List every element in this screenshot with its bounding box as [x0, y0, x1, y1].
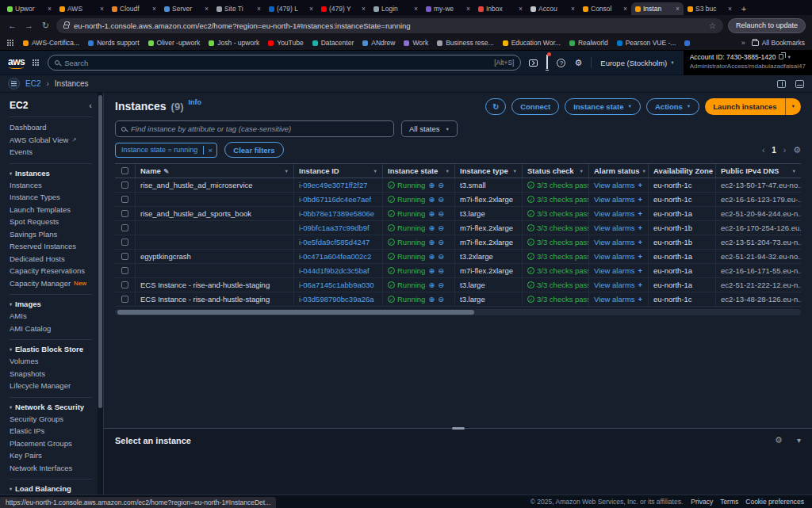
region-selector[interactable]: Europe (Stockholm) ▼	[600, 59, 674, 67]
tab-close-icon[interactable]: ×	[571, 5, 575, 13]
browser-tab[interactable]: my-we ×	[422, 2, 474, 15]
sidebar-item[interactable]: ▾ Instances	[10, 179, 92, 192]
tab-close-icon[interactable]: ×	[362, 5, 366, 13]
filter-not-equals-icon[interactable]: ⊖	[438, 195, 444, 204]
browser-tab[interactable]: AWS ×	[56, 2, 108, 15]
browser-tab[interactable]: Inbox ×	[474, 2, 527, 15]
instance-id-link[interactable]: i-09bfc1aa37c99db9f	[299, 223, 370, 232]
sidebar-item[interactable]: ▾ Lifecycle Manager	[10, 380, 92, 392]
address-bar[interactable]: eu-north-1.console.aws.amazon.com/ec2/ho…	[56, 18, 723, 33]
table-row[interactable]: i-09bfc1aa37c99db9f ✓ Running ⊕ ⊖ m7i-fl…	[115, 221, 801, 235]
tab-close-icon[interactable]: ×	[152, 5, 156, 13]
filter-not-equals-icon[interactable]: ⊖	[438, 295, 444, 304]
view-alarms-link[interactable]: View alarms	[594, 195, 635, 204]
add-alarm-icon[interactable]: +	[638, 295, 643, 304]
back-icon[interactable]: ←	[6, 21, 18, 30]
sidebar-item[interactable]: ▾ Elastic IPs	[10, 425, 92, 437]
find-instance-input[interactable]	[131, 124, 388, 133]
all-bookmarks-button[interactable]: All Bookmarks	[752, 39, 805, 47]
filter-not-equals-icon[interactable]: ⊖	[438, 209, 444, 218]
bookmark-item[interactable]: Pearson VUE -...	[617, 39, 676, 47]
browser-tab[interactable]: Consol ×	[579, 2, 631, 15]
filter-not-equals-icon[interactable]: ⊖	[438, 238, 444, 246]
browser-tab[interactable]: Login ×	[370, 2, 422, 15]
table-row[interactable]: rise_and_hustle_ad_sports_book i-0bb78e1…	[115, 207, 801, 221]
cloudshell-icon[interactable]	[529, 59, 538, 67]
bookmark-item[interactable]: YouTube	[268, 39, 303, 47]
row-checkbox[interactable]	[121, 210, 128, 217]
sidebar-collapse-icon[interactable]: ‹	[89, 101, 92, 110]
column-sort-icon[interactable]: ▼	[513, 169, 517, 174]
filter-not-equals-icon[interactable]: ⊖	[438, 266, 444, 275]
view-alarms-link[interactable]: View alarms	[594, 266, 635, 275]
add-alarm-icon[interactable]: +	[638, 252, 643, 261]
sidebar-item[interactable]: ▾ Key Pairs	[10, 449, 92, 462]
scrollbar-thumb[interactable]	[117, 310, 474, 315]
bookmark-item[interactable]: Business rese...	[437, 39, 493, 47]
table-row[interactable]: i-0bd67116dc4ee7aef ✓ Running ⊕ ⊖ m7i-fl…	[115, 193, 801, 207]
console-search[interactable]: [Alt+S]	[48, 55, 521, 71]
bookmark-item[interactable]: Josh - upwork	[209, 39, 259, 47]
sidebar-item[interactable]: ▾ Launch Templates	[10, 204, 92, 216]
all-states-dropdown[interactable]: All states ▼	[401, 120, 458, 137]
sidebar-item[interactable]: ▾ Instances	[10, 163, 92, 179]
hamburger-menu-icon[interactable]	[8, 78, 20, 90]
tab-close-icon[interactable]: ×	[48, 5, 52, 13]
instance-id-link[interactable]: i-0bd67116dc4ee7aef	[299, 195, 371, 204]
footer-link[interactable]: Terms	[720, 498, 738, 506]
aws-logo[interactable]: aws	[8, 56, 25, 69]
row-checkbox[interactable]	[121, 267, 128, 274]
bottom-panel-icon[interactable]	[795, 80, 804, 88]
add-alarm-icon[interactable]: +	[638, 181, 643, 189]
browser-tab[interactable]: S3 buc ×	[684, 2, 736, 15]
column-header[interactable]: Name ✎ ▼	[136, 164, 294, 178]
instance-id-link[interactable]: i-03d598790bc39a26a	[299, 295, 374, 304]
tab-close-icon[interactable]: ×	[623, 5, 627, 13]
browser-tab[interactable]: (479) Y ×	[317, 2, 370, 15]
sidebar-item[interactable]: ▾ Capacity Reservations	[10, 265, 92, 277]
filter-not-equals-icon[interactable]: ⊖	[438, 252, 444, 261]
row-checkbox[interactable]	[121, 181, 128, 189]
row-checkbox[interactable]	[121, 239, 128, 246]
view-alarms-link[interactable]: View alarms	[594, 295, 635, 304]
launch-instances-caret[interactable]: ▼	[785, 98, 801, 115]
tab-close-icon[interactable]: ×	[414, 5, 418, 13]
sidebar-scrollbar[interactable]	[98, 93, 103, 495]
launch-instances-button[interactable]: Launch instances	[705, 98, 784, 115]
info-link[interactable]: Info	[188, 98, 201, 106]
bookmark-star-icon[interactable]: ☆	[709, 21, 716, 30]
add-alarm-icon[interactable]: +	[638, 281, 643, 289]
column-sort-icon[interactable]: ▼	[580, 169, 584, 174]
help-icon[interactable]: ?	[557, 59, 565, 67]
split-view-icon[interactable]	[777, 80, 786, 88]
apps-grid-icon[interactable]	[7, 40, 14, 47]
column-sort-icon[interactable]: ▼	[642, 169, 646, 174]
browser-tab[interactable]: Cloudf ×	[108, 2, 160, 15]
filter-equals-icon[interactable]: ⊕	[428, 223, 435, 232]
sidebar-item[interactable]: ▾ Instance Types	[10, 191, 92, 204]
row-checkbox[interactable]	[121, 196, 128, 203]
instance-state-dropdown[interactable]: Instance state ▼	[565, 98, 641, 115]
sidebar-item[interactable]: ▾ Network Interfaces	[10, 462, 92, 475]
filter-not-equals-icon[interactable]: ⊖	[438, 181, 444, 189]
panel-resize-handle[interactable]	[452, 427, 465, 430]
filter-equals-icon[interactable]: ⊕	[428, 209, 435, 218]
sidebar-item[interactable]: ▾ Reserved Instances	[10, 240, 92, 253]
instance-id-link[interactable]: i-06a7145c1abb9a030	[299, 281, 374, 289]
sidebar-item[interactable]: ▾ Dedicated Hosts	[10, 253, 92, 265]
row-checkbox[interactable]	[121, 296, 128, 303]
tab-close-icon[interactable]: ×	[519, 5, 523, 13]
table-row[interactable]: i-044d1f9b2dc3c5baf ✓ Running ⊕ ⊖ m7i-fl…	[115, 264, 801, 278]
column-header[interactable]: Availability Zone ✎ ▼	[649, 164, 716, 178]
sidebar-item[interactable]: ▾ AMI Catalog	[10, 323, 92, 335]
sidebar-item[interactable]: ▾ AMIs	[10, 310, 92, 323]
sidebar-item[interactable]: ▾ Network & Security	[10, 397, 92, 413]
bookmark-item[interactable]: Oliver -upwork	[148, 39, 201, 47]
sidebar-item[interactable]: ▾ Events	[10, 146, 92, 159]
notifications-bell-icon[interactable]	[546, 55, 548, 70]
sidebar-item[interactable]: ▾ Security Groups	[10, 413, 92, 426]
console-search-input[interactable]	[64, 59, 489, 67]
table-preferences-icon[interactable]: ⚙	[793, 145, 801, 155]
add-alarm-icon[interactable]: +	[638, 266, 643, 275]
filter-equals-icon[interactable]: ⊕	[428, 281, 435, 289]
